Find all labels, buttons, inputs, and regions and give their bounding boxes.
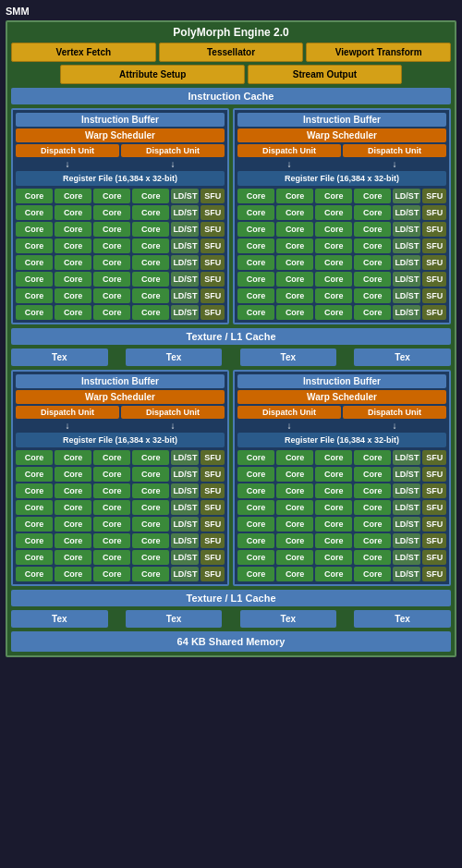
core-cell: Core bbox=[315, 483, 352, 498]
core-cell: Core bbox=[93, 483, 130, 498]
ldst-cell: LD/ST bbox=[171, 305, 199, 320]
instruction-buffer-tl: Instruction Buffer bbox=[16, 113, 225, 127]
sfu-cell: SFU bbox=[201, 238, 225, 253]
core-cell: Core bbox=[55, 288, 91, 303]
core-cell: Core bbox=[93, 533, 130, 548]
core-cell: Core bbox=[132, 500, 169, 515]
sfu-cell: SFU bbox=[422, 467, 446, 482]
ldst-cell: LD/ST bbox=[171, 500, 199, 515]
core-cell: Core bbox=[55, 467, 91, 482]
tessellator: Tessellator bbox=[159, 43, 304, 62]
ldst-cell: LD/ST bbox=[393, 467, 420, 482]
sfu-cell: SFU bbox=[422, 517, 446, 532]
core-cell: Core bbox=[16, 238, 53, 253]
ldst-cell: LD/ST bbox=[393, 189, 420, 203]
core-row: Core Core Core Core LD/ST SFU bbox=[237, 517, 446, 532]
core-cell: Core bbox=[276, 517, 313, 532]
core-row: Core Core Core Core LD/ST SFU bbox=[237, 450, 446, 465]
sfu-cell: SFU bbox=[422, 567, 446, 581]
instruction-cache: Instruction Cache bbox=[11, 88, 451, 104]
core-cell: Core bbox=[93, 567, 130, 581]
core-cell: Core bbox=[16, 550, 53, 565]
core-cell: Core bbox=[237, 222, 274, 237]
core-cell: Core bbox=[354, 517, 391, 532]
ldst-cell: LD/ST bbox=[393, 238, 420, 253]
core-cell: Core bbox=[93, 205, 130, 220]
core-cell: Core bbox=[315, 255, 352, 270]
sfu-cell: SFU bbox=[422, 255, 446, 270]
core-cell: Core bbox=[132, 222, 169, 237]
attribute-setup: Attribute Setup bbox=[60, 65, 245, 84]
core-row: Core Core Core Core LD/ST SFU bbox=[16, 205, 225, 220]
register-file-tl: Register File (16,384 x 32-bit) bbox=[16, 171, 225, 186]
core-row: Core Core Core Core LD/ST SFU bbox=[16, 238, 225, 253]
core-cell: Core bbox=[132, 255, 169, 270]
core-cell: Core bbox=[315, 288, 352, 303]
core-grid-br: Core Core Core Core LD/ST SFU Core Core … bbox=[237, 450, 446, 581]
core-cell: Core bbox=[237, 205, 274, 220]
core-cell: Core bbox=[237, 533, 274, 548]
core-cell: Core bbox=[16, 500, 53, 515]
dispatch-unit-br-2: Dispatch Unit bbox=[343, 406, 446, 419]
tex-box-t3: Tex bbox=[240, 348, 337, 366]
core-cell: Core bbox=[93, 517, 130, 532]
ldst-cell: LD/ST bbox=[171, 222, 199, 237]
core-cell: Core bbox=[132, 238, 169, 253]
core-cell: Core bbox=[354, 222, 391, 237]
core-cell: Core bbox=[354, 255, 391, 270]
instruction-buffer-tr: Instruction Buffer bbox=[237, 113, 446, 127]
dispatch-unit-tl-2: Dispatch Unit bbox=[121, 144, 225, 157]
core-cell: Core bbox=[315, 467, 352, 482]
core-cell: Core bbox=[237, 517, 274, 532]
core-cell: Core bbox=[354, 288, 391, 303]
ldst-cell: LD/ST bbox=[393, 255, 420, 270]
ldst-cell: LD/ST bbox=[171, 517, 199, 532]
core-row: Core Core Core Core LD/ST SFU bbox=[16, 255, 225, 270]
dispatch-unit-tl-1: Dispatch Unit bbox=[16, 144, 119, 157]
core-cell: Core bbox=[93, 272, 130, 287]
core-cell: Core bbox=[16, 222, 53, 237]
polymorph-row2: Attribute Setup Stream Output bbox=[11, 65, 451, 84]
core-row: Core Core Core Core LD/ST SFU bbox=[16, 189, 225, 203]
core-cell: Core bbox=[55, 305, 91, 320]
tex-box-t2: Tex bbox=[126, 348, 223, 366]
smm-label: SMM bbox=[6, 6, 456, 17]
core-cell: Core bbox=[93, 450, 130, 465]
ldst-cell: LD/ST bbox=[171, 255, 199, 270]
arrows-tl: ↓ ↓ bbox=[16, 159, 225, 169]
sfu-cell: SFU bbox=[201, 189, 225, 203]
core-cell: Core bbox=[276, 550, 313, 565]
polymorph-title: PolyMorph Engine 2.0 bbox=[11, 26, 451, 39]
core-row: Core Core Core Core LD/ST SFU bbox=[237, 272, 446, 287]
sfu-cell: SFU bbox=[201, 483, 225, 498]
ldst-cell: LD/ST bbox=[393, 288, 420, 303]
outer-box: PolyMorph Engine 2.0 Vertex Fetch Tessel… bbox=[6, 20, 456, 657]
tex-box-b4: Tex bbox=[354, 610, 451, 628]
dispatch-row-bl: Dispatch Unit Dispatch Unit bbox=[16, 406, 225, 419]
core-row: Core Core Core Core LD/ST SFU bbox=[237, 288, 446, 303]
core-cell: Core bbox=[354, 238, 391, 253]
core-cell: Core bbox=[315, 517, 352, 532]
ldst-cell: LD/ST bbox=[393, 272, 420, 287]
core-cell: Core bbox=[315, 189, 352, 203]
polymorph-row1: Vertex Fetch Tessellator Viewport Transf… bbox=[11, 43, 451, 62]
sfu-cell: SFU bbox=[422, 450, 446, 465]
core-cell: Core bbox=[354, 467, 391, 482]
core-cell: Core bbox=[354, 483, 391, 498]
ldst-cell: LD/ST bbox=[171, 272, 199, 287]
tex-row-bottom: Tex Tex Tex Tex bbox=[11, 610, 451, 628]
core-cell: Core bbox=[237, 288, 274, 303]
core-cell: Core bbox=[237, 483, 274, 498]
core-cell: Core bbox=[315, 500, 352, 515]
core-grid-tr: Core Core Core Core LD/ST SFU Core Core … bbox=[237, 189, 446, 320]
core-cell: Core bbox=[55, 533, 91, 548]
core-cell: Core bbox=[55, 567, 91, 581]
core-cell: Core bbox=[315, 533, 352, 548]
core-cell: Core bbox=[237, 305, 274, 320]
core-cell: Core bbox=[354, 500, 391, 515]
sm-half-bot-left: Instruction Buffer Warp Scheduler Dispat… bbox=[11, 370, 229, 586]
ldst-cell: LD/ST bbox=[171, 205, 199, 220]
sfu-cell: SFU bbox=[201, 288, 225, 303]
ldst-cell: LD/ST bbox=[393, 517, 420, 532]
sfu-cell: SFU bbox=[201, 567, 225, 581]
